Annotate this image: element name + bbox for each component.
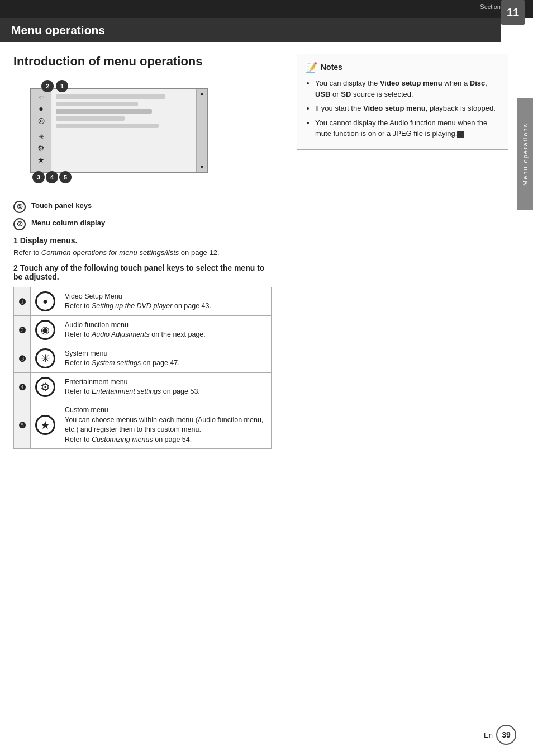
footer-lang: En: [484, 731, 493, 739]
callout-4: 4: [46, 171, 58, 183]
callout-2: 2: [41, 80, 54, 92]
step1-body: Refer to Common operations for menu sett…: [13, 247, 272, 258]
label-menu-column-display: ② Menu column display: [13, 218, 272, 230]
page-footer: En 39: [484, 725, 516, 745]
menu-icon-2: ◉: [31, 316, 60, 344]
menu-icon-4: ⚙: [31, 373, 60, 401]
label-touch-panel-keys: ① Touch panel keys: [13, 200, 272, 213]
menu-num-1: ❶: [14, 287, 31, 316]
callout-5: 5: [59, 171, 72, 183]
sidebar-vertical-label: Menu operations: [517, 98, 533, 210]
section-number-box: 11: [501, 0, 525, 25]
table-row: ❶ ● Video Setup Menu Refer to Setting up…: [14, 287, 272, 316]
menu-num-5: ❺: [14, 401, 31, 449]
menu-desc-4: Entertainment menu Refer to Entertainmen…: [60, 373, 272, 401]
section-label: Section: [480, 3, 501, 10]
menu-desc-1: Video Setup Menu Refer to Setting up the…: [60, 287, 272, 316]
step2-heading: 2 Touch any of the following touch panel…: [13, 263, 272, 281]
note-item-2: If you start the Video setup menu, playb…: [315, 103, 500, 114]
menu-num-4: ❹: [14, 373, 31, 401]
menu-icon-5: ★: [31, 401, 60, 449]
note-item-3: You cannot display the Audio function me…: [315, 117, 500, 139]
table-row: ❺ ★ Custom menu You can choose menus wit…: [14, 401, 272, 449]
menu-desc-2: Audio function menu Refer to Audio Adjus…: [60, 316, 272, 344]
menu-num-3: ❸: [14, 344, 31, 373]
menu-icon-3: ✳: [31, 344, 60, 373]
menu-num-2: ❷: [14, 316, 31, 344]
menu-table: ❶ ● Video Setup Menu Refer to Setting up…: [13, 287, 272, 449]
notes-icon: 📝: [305, 61, 317, 73]
notes-box: 📝 Notes You can display the Video setup …: [297, 54, 508, 150]
step1-heading: 1 Display menus.: [13, 236, 272, 245]
note-item-1: You can display the Video setup menu whe…: [315, 78, 500, 100]
notes-list: You can display the Video setup menu whe…: [305, 78, 500, 139]
table-row: ❸ ✳ System menu Refer to System settings…: [14, 344, 272, 373]
menu-icon-1: ●: [31, 287, 60, 316]
callout-1: 1: [56, 80, 68, 92]
table-row: ❹ ⚙ Entertainment menu Refer to Entertai…: [14, 373, 272, 401]
page-number-box: 39: [496, 725, 516, 745]
menu-desc-3: System menu Refer to System settings on …: [60, 344, 272, 373]
callout-3: 3: [32, 171, 45, 183]
page-chapter-title: Menu operations: [0, 18, 501, 42]
menu-desc-5: Custom menu You can choose menus within …: [60, 401, 272, 449]
table-row: ❷ ◉ Audio function menu Refer to Audio A…: [14, 316, 272, 344]
intro-title: Introduction of menu operations: [13, 54, 272, 70]
device-diagram: ⇦ ● ◎ ✳ ⚙ ★: [30, 88, 208, 173]
notes-title-label: Notes: [321, 63, 342, 72]
